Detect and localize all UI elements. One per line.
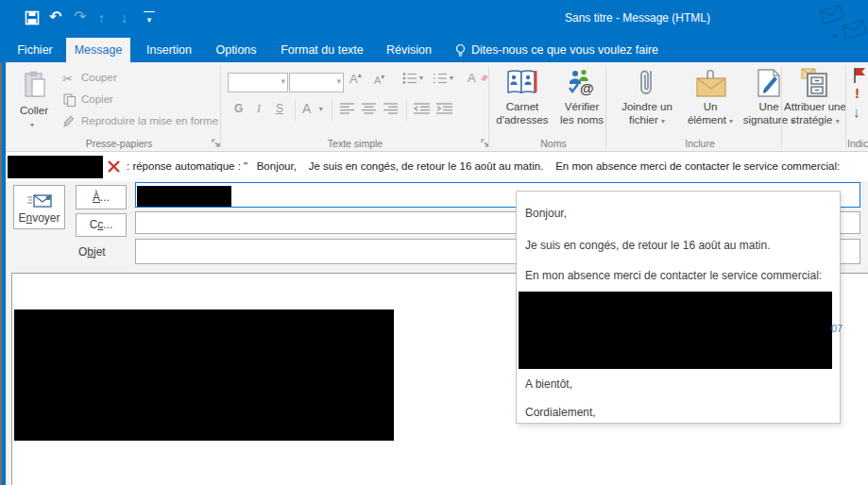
clipboard-icon [24,71,46,99]
redacted-contact-details [519,292,832,369]
format-painter-icon [62,114,77,128]
tooltip-contact-line: En mon absence merci de contacter le ser… [525,269,822,282]
tell-me-search[interactable]: Dites-nous ce que vous voulez faire [471,38,658,62]
group-label-names: Noms [511,138,596,149]
font-size-combo[interactable]: ▾ [289,73,344,92]
increase-indent-button[interactable] [436,103,452,114]
redacted-sender [8,156,103,178]
move-down-icon[interactable]: ↓ [121,10,128,25]
tooltip-greeting: Bonjour, [525,207,567,220]
copy-button[interactable]: Copier [81,93,113,105]
subject-label: Objet [78,245,106,259]
cut-icon: ✂ [62,70,73,87]
chevron-down-icon[interactable]: ▾ [419,74,423,82]
tab-revision[interactable]: Révision [380,38,438,62]
group-label-include: Inclure [657,138,742,149]
cc-button[interactable]: Cc... [76,213,127,237]
ribbon: Coller ▾ ✂ Couper Copier Reproduire la m… [6,62,868,152]
numbering-button[interactable] [433,72,448,85]
undo-icon[interactable]: ↶ [49,9,61,25]
signature-icon [756,68,782,98]
save-icon[interactable] [25,10,40,25]
group-separator [220,66,221,147]
auto-reply-text: : réponse automatique : " Bonjour, Je su… [127,152,840,181]
send-label: Envoyer [14,211,64,225]
low-importance-icon[interactable]: ↓ [853,104,860,120]
follow-up-flag-icon[interactable] [851,67,868,84]
check-names-icon: @ [567,69,597,95]
chevron-down-icon[interactable]: ▾ [450,74,453,82]
bold-button[interactable]: G [234,102,243,115]
window-title: Sans titre - Message (HTML) [534,11,741,25]
decrease-indent-button[interactable] [414,103,430,114]
high-importance-icon[interactable]: ! [855,85,859,101]
cut-button[interactable]: Couper [81,72,117,83]
tooltip-closing-2: Cordialement, [525,406,596,419]
tooltip-vacation-line: Je suis en congés, de retour le 16 août … [525,239,771,252]
paste-button[interactable]: Coller ▾ [13,67,55,139]
align-right-button[interactable] [383,103,398,114]
paperclip-icon [638,68,656,98]
group-label-basic-text: Texte simple [280,138,431,149]
redacted-body-content [14,309,394,441]
auto-reply-infobar: : réponse automatique : " Bonjour, Je su… [6,152,868,181]
tab-options[interactable]: Options [206,38,266,62]
assign-policy-button[interactable]: Attribuer une stratégie ▾ [785,66,845,142]
group-label-clipboard: Presse-papiers [43,138,195,149]
tooltip-phone-tail: 07 [831,323,842,334]
send-envelope-icon [27,193,52,209]
tooltip-closing-1: A bientôt, [525,377,572,391]
underline-button[interactable]: S [276,102,283,115]
tab-insertion[interactable]: Insertion [138,38,200,62]
copy-icon [63,93,77,107]
font-color-button[interactable]: A ▾ [302,100,323,117]
send-button[interactable]: Envoyer [13,185,65,229]
auto-reply-tooltip: Bonjour, Je suis en congés, de retour le… [516,191,841,424]
item-envelope-icon [695,70,727,98]
align-left-button[interactable] [340,103,354,114]
clear-formatting-button[interactable]: A [468,69,489,86]
title-bar: ↶ ↷ ↑ ↓ ▾ Sans titre - Message (HTML) [0,0,868,38]
bullets-button[interactable] [402,72,417,85]
chevron-down-icon: ▾ [30,121,34,129]
address-book-button[interactable]: Carnet d'adresses [492,66,553,142]
policy-icon [801,68,829,98]
attach-item-button[interactable]: Un élément ▾ [685,66,736,142]
check-names-button[interactable]: @ Vérifier les noms [554,66,609,142]
error-x-icon [107,159,121,174]
redacted-recipient [137,186,231,207]
qat-customize-icon[interactable]: ▾ [144,11,155,27]
lightbulb-icon [454,43,467,58]
paste-label: Coller [13,105,55,116]
attach-file-button[interactable]: Joindre un fichier ▾ [611,66,683,142]
font-name-combo[interactable]: ▾ [228,73,288,92]
window-border-accent [2,62,6,485]
grow-font-button[interactable]: A▴ [349,70,362,87]
to-button[interactable]: À... [76,185,127,209]
italic-button[interactable]: I [257,102,261,116]
ribbon-tab-row: Fichier Message Insertion Options Format… [0,38,868,62]
tab-format-du-texte[interactable]: Format du texte [272,38,372,62]
group-label-tags: Indic [847,138,868,149]
move-up-icon[interactable]: ↑ [98,10,105,25]
shrink-font-button[interactable]: A▾ [374,71,384,88]
tab-fichier[interactable]: Fichier [8,38,62,62]
format-painter-button[interactable]: Reproduire la mise en forme [81,115,218,126]
tab-message[interactable]: Message [66,38,130,62]
address-book-icon [506,69,538,95]
redo-icon[interactable]: ↷ [74,9,86,25]
svg-text:@: @ [580,80,594,95]
align-center-button[interactable] [362,103,376,114]
